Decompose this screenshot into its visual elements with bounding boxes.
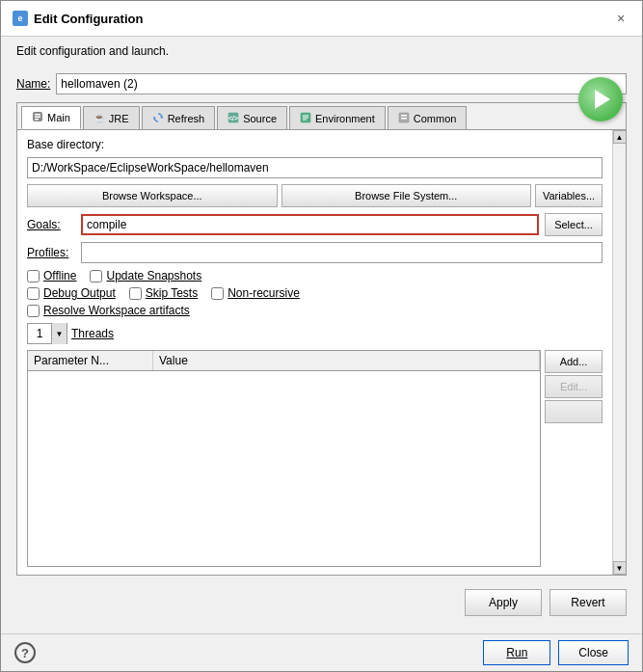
profiles-label: Profiles:: [27, 246, 75, 259]
base-dir-input[interactable]: [27, 157, 603, 178]
header-area: Edit configuration and launch.: [1, 37, 642, 62]
base-dir-label: Base directory:: [27, 138, 104, 151]
checkbox-row-1: Offline Update Snapshots: [27, 269, 603, 282]
dialog-title: Edit Configuration: [34, 12, 143, 26]
goals-select-button[interactable]: Select...: [545, 213, 603, 236]
tab-source-label: Source: [243, 113, 277, 124]
offline-label: Offline: [43, 269, 76, 282]
refresh-tab-icon: [152, 112, 164, 125]
threads-spinner: 1 ▼: [27, 323, 67, 344]
table-section: Parameter N... Value Add... Edit...: [27, 350, 603, 567]
skip-tests-checkbox[interactable]: [129, 287, 142, 300]
add-button[interactable]: Add...: [545, 350, 603, 373]
profiles-input[interactable]: [81, 242, 603, 263]
threads-row: 1 ▼ Threads: [27, 323, 603, 344]
tab-main-label: Main: [47, 112, 70, 123]
svg-rect-4: [35, 117, 40, 119]
title-bar: e Edit Configuration ×: [1, 1, 642, 37]
update-snapshots-checkbox-item[interactable]: Update Snapshots: [90, 269, 201, 282]
name-label: Name:: [16, 77, 50, 91]
svg-rect-5: [35, 119, 39, 121]
threads-dropdown-arrow[interactable]: ▼: [51, 323, 67, 344]
debug-output-checkbox-item[interactable]: Debug Output: [27, 286, 116, 300]
table-side-buttons: Add... Edit...: [545, 350, 603, 567]
footer-buttons: Run Close: [483, 640, 629, 665]
scroll-down-button[interactable]: ▼: [613, 561, 627, 575]
profiles-row: Profiles:: [27, 242, 603, 263]
common-tab-icon: [398, 112, 410, 125]
play-triangle-icon: [595, 90, 610, 109]
dialog-subtitle: Edit configuration and launch.: [16, 44, 169, 58]
table-header: Parameter N... Value: [28, 351, 540, 371]
threads-label: Threads: [71, 327, 114, 340]
source-tab-icon: </>: [228, 112, 239, 125]
svg-rect-3: [35, 114, 40, 116]
tab-content-main: Base directory: Browse Workspace... Brow…: [17, 130, 626, 575]
bottom-buttons-row: Apply Revert: [16, 583, 627, 622]
name-input[interactable]: [56, 73, 627, 94]
jre-tab-icon: ☕: [94, 113, 105, 123]
value-column-header: Value: [153, 351, 540, 370]
dialog-icon: e: [13, 11, 28, 26]
base-dir-section: Base directory:: [27, 138, 603, 151]
edit-configuration-dialog: e Edit Configuration × Edit configuratio…: [0, 0, 643, 672]
main-tab-icon: [32, 111, 43, 124]
tab-common-label: Common: [414, 113, 457, 124]
table-body: [28, 371, 540, 566]
browse-buttons-row: Browse Workspace... Browse File System..…: [27, 184, 603, 207]
tab-source[interactable]: </> Source: [217, 106, 287, 129]
resolve-workspace-checkbox-item[interactable]: Resolve Workspace artifacts: [27, 304, 190, 317]
remove-button[interactable]: [545, 400, 603, 423]
help-button[interactable]: ?: [14, 642, 36, 663]
revert-button[interactable]: Revert: [549, 589, 627, 616]
tab-refresh[interactable]: Refresh: [142, 106, 216, 129]
goals-label: Goals:: [27, 218, 75, 231]
tabs-panel: Main ☕ JRE Refresh: [16, 102, 627, 576]
browse-workspace-button[interactable]: Browse Workspace...: [27, 184, 278, 207]
offline-checkbox-item[interactable]: Offline: [27, 269, 76, 282]
apply-button[interactable]: Apply: [465, 589, 542, 616]
resolve-workspace-checkbox[interactable]: [27, 305, 40, 317]
checkbox-row-2: Debug Output Skip Tests Non-recursive: [27, 286, 603, 300]
title-bar-left: e Edit Configuration: [13, 11, 143, 26]
svg-text:e: e: [17, 13, 22, 23]
non-recursive-checkbox-item[interactable]: Non-recursive: [211, 286, 300, 300]
debug-output-label: Debug Output: [43, 286, 116, 300]
parameters-table: Parameter N... Value: [27, 350, 541, 567]
update-snapshots-label: Update Snapshots: [106, 269, 201, 282]
dialog-body: Name: Main: [1, 62, 642, 633]
scroll-up-button[interactable]: ▲: [613, 130, 627, 144]
edit-button[interactable]: Edit...: [545, 375, 603, 398]
name-row: Name:: [16, 73, 627, 94]
browse-filesystem-button[interactable]: Browse File System...: [281, 184, 532, 207]
tab-environment-label: Environment: [315, 113, 375, 124]
update-snapshots-checkbox[interactable]: [90, 270, 102, 282]
checkboxes-section: Offline Update Snapshots Debug Output: [27, 269, 603, 317]
tab-refresh-label: Refresh: [168, 113, 205, 124]
tab-jre-label: JRE: [109, 113, 129, 124]
skip-tests-checkbox-item[interactable]: Skip Tests: [129, 286, 198, 300]
checkbox-row-3: Resolve Workspace artifacts: [27, 304, 603, 317]
tab-jre[interactable]: ☕ JRE: [83, 106, 140, 129]
param-name-column-header: Parameter N...: [28, 351, 153, 370]
skip-tests-label: Skip Tests: [146, 286, 198, 300]
non-recursive-label: Non-recursive: [228, 286, 300, 300]
debug-output-checkbox[interactable]: [27, 287, 40, 300]
threads-value: 1: [28, 327, 51, 340]
non-recursive-checkbox[interactable]: [211, 287, 224, 300]
svg-rect-16: [401, 118, 407, 120]
footer: ? Run Close: [1, 633, 642, 671]
tab-environment[interactable]: Environment: [289, 106, 386, 129]
run-icon-circle[interactable]: [578, 77, 623, 121]
vertical-scrollbar[interactable]: ▲ ▼: [612, 130, 626, 575]
tab-common[interactable]: Common: [388, 106, 468, 129]
close-dialog-button[interactable]: Close: [558, 640, 629, 665]
offline-checkbox[interactable]: [27, 270, 40, 282]
run-icon-area: [578, 77, 623, 121]
run-button[interactable]: Run: [483, 640, 550, 665]
goals-row: Goals: Select...: [27, 213, 603, 236]
tab-main[interactable]: Main: [21, 106, 81, 129]
close-button[interactable]: ×: [611, 9, 630, 28]
variables-button[interactable]: Variables...: [535, 184, 603, 207]
goals-input[interactable]: [81, 214, 539, 235]
